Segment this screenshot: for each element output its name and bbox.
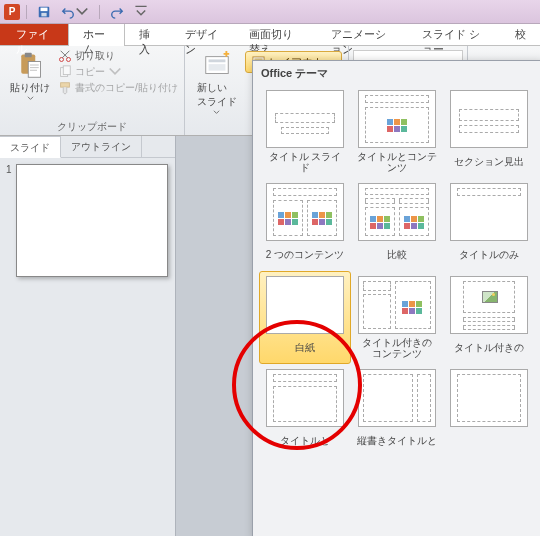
layout-option-blank[interactable]: 白紙 <box>259 271 351 364</box>
new-slide-button[interactable]: 新しい スライド <box>191 49 243 118</box>
svg-rect-10 <box>61 83 70 87</box>
tab-design[interactable]: デザイン <box>171 24 235 45</box>
thumb-number: 1 <box>6 164 16 277</box>
gallery-header: Office テーマ <box>253 61 540 83</box>
undo-button[interactable] <box>59 4 91 20</box>
paste-label: 貼り付け <box>10 81 50 95</box>
title-bar: P <box>0 0 540 24</box>
layout-option-comparison[interactable]: 比較 <box>351 178 443 271</box>
tab-file[interactable]: ファイル <box>0 24 68 45</box>
redo-button[interactable] <box>108 4 126 20</box>
tab-slideshow[interactable]: スライド ショー <box>408 24 501 45</box>
layout-option-content-caption[interactable]: タイトル付きの コンテンツ <box>351 271 443 364</box>
svg-rect-13 <box>208 64 225 71</box>
chevron-down-icon <box>108 65 122 79</box>
layout-label: タイトル付きの <box>454 337 524 359</box>
layout-option-two-content[interactable]: 2 つのコンテンツ <box>259 178 351 271</box>
layout-option-title-slide[interactable]: タイトル スライド <box>259 85 351 178</box>
svg-rect-2 <box>41 12 46 16</box>
layout-label: タイトルのみ <box>459 244 519 266</box>
svg-rect-4 <box>25 53 32 57</box>
copy-label: コピー <box>75 65 105 79</box>
undo-icon <box>61 5 75 19</box>
layout-label: タイトルとコンテンツ <box>356 151 438 173</box>
paste-button[interactable]: 貼り付け <box>6 49 54 104</box>
cut-button[interactable]: 切り取り <box>58 49 178 63</box>
layout-option-title-content[interactable]: タイトルとコンテンツ <box>351 85 443 178</box>
svg-point-6 <box>59 57 63 61</box>
slide-thumb-row[interactable]: 1 <box>6 164 169 277</box>
layout-label: 縦書きタイトルと <box>357 430 437 452</box>
layout-option-extra[interactable] <box>443 364 535 457</box>
chevron-down-icon <box>75 5 89 19</box>
svg-rect-9 <box>63 66 70 75</box>
layout-label: タイトルと <box>280 430 330 452</box>
layout-gallery: Office テーマ タイトル スライド タイトルとコンテンツ セク <box>252 60 540 536</box>
chevron-down-icon <box>213 109 220 116</box>
ribbon-tabs: ファイル ホーム 挿入 デザイン 画面切り替え アニメーション スライド ショー… <box>0 24 540 46</box>
svg-rect-12 <box>208 59 225 62</box>
layout-label: タイトル スライド <box>264 151 346 173</box>
tab-review[interactable]: 校 <box>501 24 540 45</box>
clipboard-group: 貼り付け 切り取り コピー 書式のコピー/貼り付け クリップボード <box>0 46 185 135</box>
svg-rect-1 <box>41 7 48 11</box>
layout-option-vertical-title-text[interactable]: 縦書きタイトルと <box>351 364 443 457</box>
layout-label: タイトル付きの コンテンツ <box>362 337 432 359</box>
layout-option-section-header[interactable]: セクション見出 <box>443 85 535 178</box>
copy-icon <box>58 65 72 79</box>
slide-thumbnail[interactable] <box>16 164 168 277</box>
tab-outline[interactable]: アウトライン <box>61 136 142 157</box>
tab-thumbnails[interactable]: スライド <box>0 136 61 158</box>
chevron-down-icon <box>134 5 148 19</box>
save-button[interactable] <box>35 4 53 20</box>
format-painter-button[interactable]: 書式のコピー/貼り付け <box>58 81 178 95</box>
layout-label: 2 つのコンテンツ <box>266 244 344 266</box>
new-slide-label: 新しい スライド <box>197 81 237 109</box>
layout-label: セクション見出 <box>454 151 524 173</box>
paste-icon <box>16 51 44 79</box>
slide-panel: スライド アウトライン 1 <box>0 136 176 536</box>
cut-icon <box>58 49 72 63</box>
new-slide-icon <box>202 51 232 81</box>
redo-icon <box>110 5 124 19</box>
layout-option-picture-caption[interactable]: タイトル付きの <box>443 271 535 364</box>
save-icon <box>37 5 51 19</box>
svg-point-7 <box>66 57 70 61</box>
tab-transitions[interactable]: 画面切り替え <box>235 24 317 45</box>
cut-label: 切り取り <box>75 49 115 63</box>
layout-option-title-only[interactable]: タイトルのみ <box>443 178 535 271</box>
tab-animations[interactable]: アニメーション <box>317 24 408 45</box>
clipboard-group-label: クリップボード <box>0 120 184 134</box>
tab-home[interactable]: ホーム <box>68 24 125 46</box>
svg-rect-5 <box>28 62 40 78</box>
qat-customize-button[interactable] <box>132 4 150 20</box>
app-icon: P <box>4 4 20 20</box>
tab-insert[interactable]: 挿入 <box>125 24 171 45</box>
format-painter-icon <box>58 81 72 95</box>
copy-button[interactable]: コピー <box>58 65 178 79</box>
layout-option-title-vertical[interactable]: タイトルと <box>259 364 351 457</box>
layout-label: 比較 <box>387 244 407 266</box>
layout-label: 白紙 <box>295 337 315 359</box>
format-painter-label: 書式のコピー/貼り付け <box>75 81 178 95</box>
chevron-down-icon <box>27 95 34 102</box>
quick-access-toolbar <box>24 4 150 20</box>
